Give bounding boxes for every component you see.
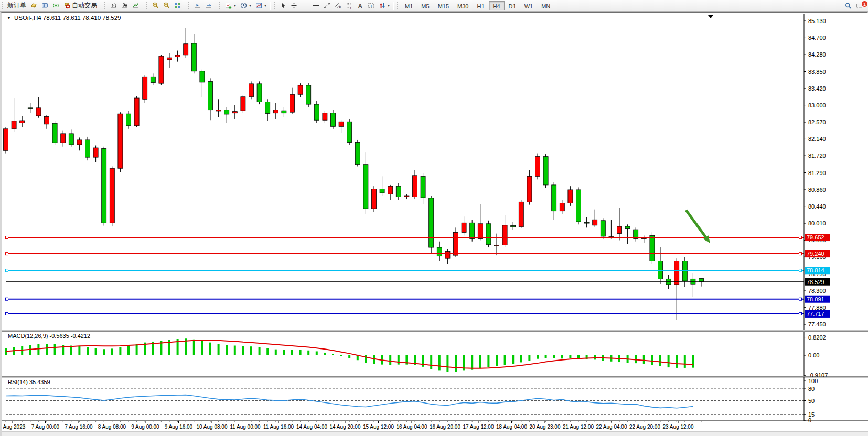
timeframe-mn-button[interactable]: MN — [537, 1, 554, 10]
search-button[interactable] — [843, 1, 854, 11]
timeframe-h4-button[interactable]: H4 — [489, 1, 505, 10]
arrows-icon — [379, 2, 385, 9]
svg-text:9 Aug 00:00: 9 Aug 00:00 — [131, 424, 159, 430]
svg-text:0.8202: 0.8202 — [808, 334, 826, 341]
hline-icon — [313, 2, 319, 9]
svg-text:82.570: 82.570 — [808, 119, 826, 125]
toolbar-grip[interactable] — [104, 2, 106, 9]
svg-text:78.300: 78.300 — [808, 288, 826, 294]
symbol-ohlc-header[interactable]: ▼ USOil-,H4 78.611 78.611 78.410 78.529 — [7, 15, 121, 21]
svg-text:18 Aug 04:00: 18 Aug 04:00 — [496, 424, 527, 430]
svg-text:50: 50 — [808, 398, 815, 404]
svg-text:0.00: 0.00 — [808, 352, 819, 358]
vertical-line-button[interactable] — [299, 1, 310, 11]
svg-text:F: F — [350, 6, 352, 9]
search-icon — [845, 3, 852, 9]
toolbar-grip[interactable] — [274, 2, 275, 9]
tile-windows-button[interactable] — [172, 1, 183, 11]
collapse-icon[interactable]: ▼ — [7, 16, 11, 20]
arrows-button[interactable]: ▾ — [377, 1, 392, 11]
svg-text:14 Aug 20:00: 14 Aug 20:00 — [330, 424, 361, 430]
gold-doc-icon — [30, 2, 37, 9]
svg-text:77.717: 77.717 — [807, 311, 824, 317]
svg-text:16 Aug 04:00: 16 Aug 04:00 — [397, 424, 427, 430]
svg-text:E: E — [339, 6, 341, 9]
zoom-out-button[interactable] — [161, 1, 172, 11]
toolbar-separator — [143, 2, 143, 10]
auto-scroll-button[interactable] — [192, 1, 203, 11]
svg-text:15 Aug 12:00: 15 Aug 12:00 — [363, 424, 394, 430]
line-chart-button[interactable] — [130, 1, 141, 11]
svg-text:83.000: 83.000 — [808, 102, 826, 108]
toolbar-separator — [101, 2, 101, 10]
profiles-button[interactable] — [28, 1, 39, 11]
svg-text:84.700: 84.700 — [808, 35, 826, 41]
signals-button[interactable] — [50, 1, 61, 11]
auto-trading-button[interactable]: 自动交易 — [61, 1, 99, 11]
svg-text:11 Aug 00:00: 11 Aug 00:00 — [230, 424, 261, 430]
dropdown-caret-icon[interactable]: ▾ — [234, 3, 236, 8]
crosshair-button[interactable] — [288, 1, 299, 11]
svg-text:78.091: 78.091 — [807, 296, 824, 302]
timeframe-m5-button[interactable]: M5 — [417, 1, 433, 10]
svg-text:21 Aug 12:00: 21 Aug 12:00 — [563, 424, 594, 430]
toolbar-grip[interactable] — [219, 2, 221, 9]
trendline-button[interactable] — [322, 1, 333, 11]
cursor-button[interactable] — [277, 1, 288, 11]
chart-shift-button[interactable] — [203, 1, 214, 11]
toolbar-grip[interactable] — [2, 2, 3, 9]
toolbar-grip[interactable] — [146, 2, 148, 9]
bar-chart-button[interactable] — [108, 1, 119, 11]
dropdown-caret-icon[interactable]: ▾ — [249, 3, 251, 8]
svg-text:85.130: 85.130 — [808, 18, 826, 24]
text-button[interactable]: A — [355, 1, 366, 11]
notifications-button[interactable]: 1 — [854, 1, 865, 11]
toolbar-grip[interactable] — [397, 2, 399, 9]
candlestick-chart-button[interactable] — [119, 1, 130, 11]
timeframe-h1-button[interactable]: H1 — [473, 1, 488, 10]
svg-text:80.860: 80.860 — [808, 187, 826, 193]
toolbar-separator — [185, 2, 185, 10]
svg-text:77.880: 77.880 — [808, 304, 826, 311]
market-watch-button[interactable] — [39, 1, 50, 11]
fibonacci-button[interactable]: F — [344, 1, 355, 11]
svg-text:100: 100 — [808, 378, 818, 384]
svg-text:80: 80 — [808, 386, 815, 392]
zoom-in-button[interactable] — [150, 1, 161, 11]
svg-text:14 Aug 04:00: 14 Aug 04:00 — [296, 424, 327, 430]
periods-button[interactable]: ▾ — [238, 1, 253, 11]
main-toolbar: 新订单自动交易▾▾▾EFAT▾M1M5M15M30H1H4D1W1MN1 — [0, 0, 868, 12]
timeframe-d1-button[interactable]: D1 — [505, 1, 520, 10]
svg-text:23 Aug 12:00: 23 Aug 12:00 — [663, 424, 694, 430]
auto-scroll-icon — [194, 2, 201, 9]
svg-text:83.850: 83.850 — [808, 69, 826, 75]
svg-text:20 Aug 23:00: 20 Aug 23:00 — [530, 424, 561, 430]
dropdown-caret-icon[interactable]: ▾ — [388, 3, 390, 8]
new-order-button[interactable]: 新订单 — [5, 1, 28, 11]
svg-text:4 Aug 2023: 4 Aug 2023 — [2, 424, 26, 430]
horizontal-line-button[interactable] — [310, 1, 322, 11]
svg-text:10 Aug 08:00: 10 Aug 08:00 — [197, 424, 228, 430]
timeframe-m30-button[interactable]: M30 — [453, 1, 473, 10]
svg-text:7 Aug 16:00: 7 Aug 16:00 — [65, 424, 93, 430]
timeframe-m1-button[interactable]: M1 — [401, 1, 417, 10]
cursor-icon — [280, 2, 286, 9]
dropdown-caret-icon[interactable]: ▾ — [264, 3, 266, 8]
text-label-button[interactable]: T — [366, 1, 377, 11]
svg-text:8 Aug 08:00: 8 Aug 08:00 — [98, 424, 126, 430]
vline-icon — [302, 2, 308, 9]
svg-text:84.280: 84.280 — [808, 51, 826, 58]
timeframe-m15-button[interactable]: M15 — [434, 1, 453, 10]
templates-button[interactable]: ▾ — [253, 1, 269, 11]
equidistant-channel-button[interactable]: E — [333, 1, 344, 11]
chart-shift-icon — [205, 2, 212, 9]
auto-trading-button-label: 自动交易 — [72, 1, 97, 10]
svg-text:81.720: 81.720 — [808, 152, 826, 159]
timeframe-w1-button[interactable]: W1 — [520, 1, 538, 10]
svg-text:78.529: 78.529 — [807, 279, 824, 285]
indicators-button[interactable]: ▾ — [223, 1, 238, 11]
trendline-icon — [324, 2, 330, 9]
chart-candles-icon — [121, 2, 128, 9]
chart-canvas[interactable]: 85.13084.70084.28083.85083.42083.00082.5… — [2, 13, 868, 436]
toolbar-grip[interactable] — [188, 2, 190, 9]
